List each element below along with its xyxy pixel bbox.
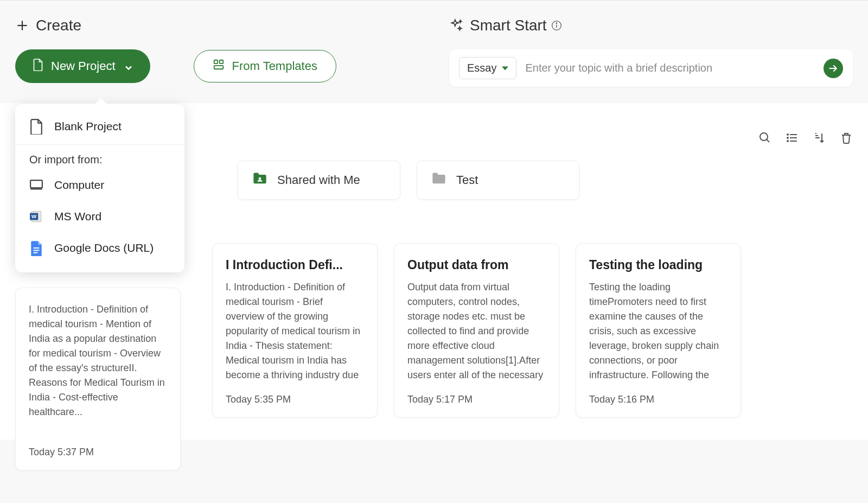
svg-rect-2	[214, 60, 217, 63]
import-computer-option[interactable]: Computer	[15, 169, 184, 201]
svg-point-8	[760, 133, 768, 141]
project-card[interactable]: I. Introduction - Definition of medical …	[15, 288, 181, 470]
create-heading: Create	[36, 17, 81, 34]
document-icon	[33, 58, 43, 74]
project-card[interactable]: I Introduction Defi... I. Introduction -…	[212, 243, 378, 418]
divider	[15, 144, 184, 145]
topic-input[interactable]	[525, 62, 815, 74]
templates-icon	[213, 59, 225, 74]
new-project-label: New Project	[51, 59, 116, 73]
plus-icon	[15, 18, 29, 33]
project-card[interactable]: Output data from Output data from virtua…	[394, 243, 559, 418]
new-project-dropdown: Blank Project Or import from: Computer W…	[15, 104, 184, 272]
svg-rect-22	[34, 247, 40, 249]
folder-label: Test	[456, 173, 478, 187]
svg-rect-24	[34, 252, 38, 253]
folder-shared-with-me[interactable]: Shared with Me	[238, 161, 400, 200]
svg-point-13	[787, 134, 788, 135]
svg-point-7	[556, 23, 557, 23]
project-title: Testing the loading	[589, 258, 727, 272]
project-title: Output data from	[407, 258, 546, 272]
import-msword-option[interactable]: W MS Word	[15, 201, 184, 232]
smart-start-section: Smart Start Essay	[449, 17, 853, 87]
create-section: Create New Project From Templates	[15, 17, 427, 87]
dropdown-triangle-icon	[502, 65, 508, 72]
sparkle-icon	[449, 18, 463, 33]
folder-icon	[431, 172, 446, 188]
search-icon[interactable]	[758, 131, 771, 144]
svg-rect-3	[219, 60, 222, 63]
document-icon	[29, 119, 43, 133]
project-time: Today 5:16 PM	[589, 394, 727, 405]
sort-icon[interactable]	[813, 131, 826, 144]
project-time: Today 5:35 PM	[226, 394, 364, 405]
list-view-icon[interactable]	[786, 131, 799, 144]
computer-icon	[29, 178, 43, 192]
info-icon[interactable]	[551, 20, 562, 31]
svg-line-9	[767, 139, 769, 142]
import-gdocs-label: Google Docs (URL)	[54, 241, 154, 254]
import-computer-label: Computer	[54, 179, 104, 192]
svg-point-14	[787, 137, 788, 138]
submit-arrow-button[interactable]	[824, 59, 843, 78]
from-templates-button[interactable]: From Templates	[194, 50, 336, 82]
arrow-right-icon	[828, 63, 839, 74]
project-title: I Introduction Defi...	[226, 258, 364, 272]
chevron-down-icon	[123, 61, 133, 71]
msword-icon: W	[29, 209, 43, 224]
folder-test[interactable]: Test	[417, 161, 579, 200]
import-gdocs-option[interactable]: Google Docs (URL)	[15, 232, 184, 264]
import-msword-label: MS Word	[54, 210, 101, 223]
smart-start-heading: Smart Start	[470, 17, 547, 34]
svg-rect-17	[30, 180, 42, 188]
smart-start-input-wrap: Essay	[449, 49, 853, 87]
shared-folder-icon	[252, 172, 267, 188]
import-from-label: Or import from:	[15, 147, 184, 169]
svg-text:W: W	[31, 213, 37, 219]
project-body: Output data from virtual computers, cont…	[407, 280, 546, 383]
project-time: Today 5:17 PM	[407, 394, 546, 405]
project-body: I. Introduction - Definition of medical …	[29, 302, 167, 436]
svg-rect-23	[34, 250, 40, 251]
project-time: Today 5:37 PM	[29, 447, 167, 458]
svg-point-15	[787, 141, 788, 142]
project-body: Testing the loading timePromoters need t…	[589, 280, 727, 383]
new-project-button[interactable]: New Project	[15, 49, 150, 83]
trash-icon[interactable]	[840, 131, 853, 144]
blank-project-label: Blank Project	[54, 120, 122, 133]
project-card[interactable]: Testing the loading Testing the loading …	[576, 243, 741, 418]
svg-rect-4	[214, 66, 223, 69]
project-body: I. Introduction - Definition of medical …	[226, 280, 364, 383]
from-templates-label: From Templates	[232, 59, 317, 73]
content-type-select[interactable]: Essay	[459, 57, 516, 79]
gdocs-icon	[29, 241, 43, 255]
folder-label: Shared with Me	[277, 173, 360, 187]
blank-project-option[interactable]: Blank Project	[15, 111, 184, 142]
svg-point-16	[259, 177, 261, 180]
content-type-value: Essay	[467, 62, 496, 74]
